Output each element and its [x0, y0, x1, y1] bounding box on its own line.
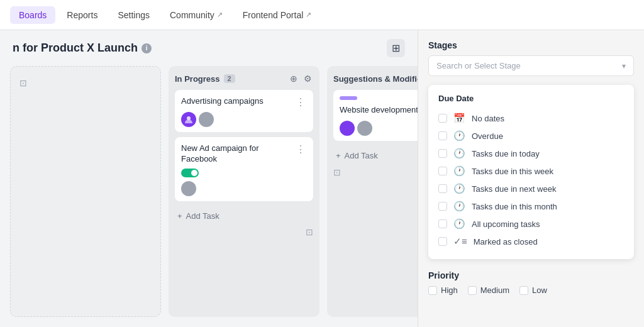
filter-due-this-week-checkbox[interactable]	[438, 167, 447, 175]
col-inprogress-count: 2	[224, 74, 235, 83]
filter-due-today-checkbox[interactable]	[438, 149, 447, 158]
nav-community[interactable]: Community ↗	[161, 6, 231, 24]
card-3-indicator	[340, 96, 357, 100]
filter-due-this-week[interactable]: 🕐 Tasks due in this week	[438, 162, 624, 180]
filter-overdue[interactable]: 🕐 Overdue	[438, 127, 624, 145]
kanban-col-suggestions: Suggestions & Modific... 1 ⊕ ⚙ Website d…	[327, 66, 418, 317]
card-2-menu-button[interactable]: ⋮	[294, 143, 307, 155]
priority-medium[interactable]: Medium	[468, 285, 509, 295]
filter-due-this-month-checkbox[interactable]	[438, 202, 447, 211]
board-title-text: n for Product X Launch	[13, 42, 138, 55]
card-2-toggle[interactable]	[181, 169, 199, 177]
nav-frontend-portal-label: Frontend Portal	[243, 10, 304, 20]
card-2-title: New Ad campaign for Facebook	[181, 143, 294, 165]
filter-no-dates-checkbox[interactable]	[438, 114, 447, 123]
card-2-header: New Ad campaign for Facebook ⋮	[181, 143, 307, 165]
filter-marked-closed[interactable]: ✓≡ Marked as closed	[438, 233, 624, 250]
main-content: n for Product X Launch i ⊞ ⊡ In Progress…	[0, 30, 644, 327]
priority-section: Priority High Medium Low	[428, 270, 634, 295]
external-link-icon-2: ↗	[306, 11, 311, 19]
col-inprogress-footer: ⊡	[175, 227, 313, 237]
priority-medium-label: Medium	[480, 285, 509, 295]
card-1-avatars	[181, 112, 307, 127]
nav-community-label: Community	[170, 10, 214, 20]
col-expand-button[interactable]: ⊡	[17, 75, 30, 91]
card-1-avatar-2	[199, 112, 214, 127]
board-area: n for Product X Launch i ⊞ ⊡ In Progress…	[0, 30, 418, 327]
col-inprogress-add-btn[interactable]: ⊕	[289, 72, 299, 85]
filter-marked-closed-checkbox[interactable]	[438, 237, 447, 246]
card-1-title: Advertising campaigns	[181, 96, 294, 107]
due-date-title: Due Date	[438, 94, 624, 103]
board-title: n for Product X Launch i	[13, 42, 152, 55]
kanban-col-inprogress: In Progress 2 ⊕ ⚙ Advertising campaigns …	[169, 66, 319, 317]
col-suggestions-label: Suggestions & Modific...	[333, 74, 418, 84]
card-3-avatar-2	[357, 121, 372, 136]
filter-no-dates[interactable]: 📅 No dates	[438, 109, 624, 127]
filter-marked-closed-label: Marked as closed	[474, 237, 538, 247]
view-toggle-button[interactable]: ⊞	[387, 39, 405, 57]
priority-low-label: Low	[532, 285, 547, 295]
card-3-avatar-1	[340, 121, 355, 136]
suggestions-add-task-label: Add Task	[345, 151, 378, 160]
info-icon[interactable]: i	[142, 43, 152, 53]
col-inprogress-title-area: In Progress 2	[175, 74, 235, 84]
nav-frontend-portal[interactable]: Frontend Portal ↗	[234, 6, 321, 24]
stage-select-dropdown[interactable]: Search or Select Stage ▾	[428, 55, 634, 76]
suggestions-add-task-button[interactable]: + Add Task	[333, 147, 418, 164]
col-suggestions-footer-icon: ⊡	[333, 167, 341, 177]
filter-due-next-week[interactable]: 🕐 Tasks due in next week	[438, 180, 624, 197]
clock-icon-today: 🕐	[453, 148, 465, 159]
filter-due-today[interactable]: 🕐 Tasks due in today	[438, 145, 624, 162]
add-task-label: Add Task	[186, 211, 219, 221]
col-inprogress-footer-icon: ⊡	[306, 227, 313, 237]
col-inprogress-actions: ⊕ ⚙	[289, 72, 313, 85]
card-3-title: Website development	[340, 105, 418, 116]
filter-all-upcoming[interactable]: 🕐 All upcoming tasks	[438, 215, 624, 233]
filter-due-today-label: Tasks due in today	[472, 149, 540, 158]
card-1-menu-button[interactable]: ⋮	[294, 96, 307, 108]
card-1-header: Advertising campaigns ⋮	[181, 96, 307, 108]
priority-high[interactable]: High	[428, 285, 458, 295]
filter-due-next-week-checkbox[interactable]	[438, 184, 447, 193]
card-2-avatars	[181, 181, 307, 196]
col-suggestions-footer: ⊡	[333, 167, 418, 178]
card-3-header: Website development ⋮	[340, 105, 418, 117]
col-inprogress-settings-btn[interactable]: ⚙	[303, 72, 313, 85]
kanban-col-empty: ⊡	[10, 66, 161, 317]
nav-settings-label: Settings	[118, 10, 150, 20]
filter-due-this-month[interactable]: 🕐 Tasks due in this month	[438, 197, 624, 215]
filter-all-upcoming-checkbox[interactable]	[438, 219, 447, 228]
calendar-icon: 📅	[453, 113, 465, 124]
card-3-avatars	[340, 121, 418, 136]
stages-section-title: Stages	[428, 40, 634, 50]
priority-medium-checkbox[interactable]	[468, 286, 477, 295]
nav-reports[interactable]: Reports	[58, 6, 106, 24]
card-2-avatar-1	[181, 181, 196, 196]
priority-high-checkbox[interactable]	[428, 286, 437, 295]
priority-low-checkbox[interactable]	[519, 286, 528, 295]
kanban-columns: ⊡ In Progress 2 ⊕ ⚙	[0, 66, 418, 327]
card-advertising-campaigns: Advertising campaigns ⋮	[175, 90, 313, 132]
filter-overdue-label: Overdue	[472, 131, 503, 141]
nav-boards[interactable]: Boards	[10, 6, 55, 24]
nav-settings[interactable]: Settings	[109, 6, 158, 24]
board-toolbar: ⊞	[387, 39, 405, 57]
filter-due-this-month-label: Tasks due in this month	[472, 202, 557, 211]
board-header: n for Product X Launch i ⊞	[0, 30, 418, 66]
stage-select-placeholder: Search or Select Stage	[436, 61, 521, 70]
inprogress-add-task-button[interactable]: + Add Task	[175, 208, 313, 224]
priority-low[interactable]: Low	[519, 285, 547, 295]
priority-high-label: High	[441, 285, 458, 295]
filter-overdue-checkbox[interactable]	[438, 131, 447, 140]
check-list-icon: ✓≡	[453, 236, 467, 247]
priority-title: Priority	[428, 270, 634, 280]
suggestions-add-task-plus-icon: +	[336, 151, 341, 160]
priority-items: High Medium Low	[428, 285, 634, 295]
clock-icon-upcoming: 🕐	[453, 218, 465, 230]
due-date-card: Due Date 📅 No dates 🕐 Overdue 🕐 Tasks du…	[428, 85, 634, 259]
clock-icon-this-month: 🕐	[453, 201, 465, 212]
card-website-development: Website development ⋮	[333, 90, 418, 141]
chevron-down-icon: ▾	[622, 62, 626, 70]
col-suggestions-header: Suggestions & Modific... 1 ⊕ ⚙	[333, 72, 418, 85]
